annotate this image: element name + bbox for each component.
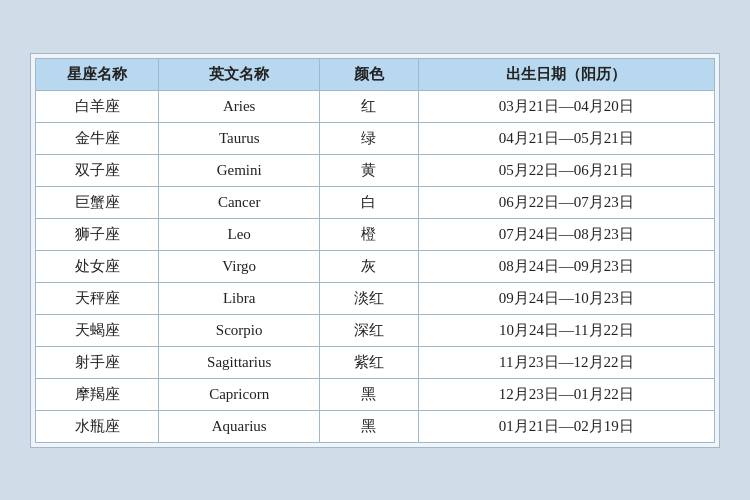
cell-dates: 03月21日—04月20日 xyxy=(418,90,714,122)
cell-color: 黑 xyxy=(319,410,418,442)
cell-english-name: Capricorn xyxy=(159,378,319,410)
cell-english-name: Scorpio xyxy=(159,314,319,346)
table-row: 金牛座Taurus绿04月21日—05月21日 xyxy=(36,122,715,154)
cell-color: 绿 xyxy=(319,122,418,154)
table-row: 射手座Sagittarius紫红11月23日—12月22日 xyxy=(36,346,715,378)
cell-dates: 04月21日—05月21日 xyxy=(418,122,714,154)
cell-color: 红 xyxy=(319,90,418,122)
cell-color: 深红 xyxy=(319,314,418,346)
cell-dates: 08月24日—09月23日 xyxy=(418,250,714,282)
cell-chinese-name: 天秤座 xyxy=(36,282,159,314)
cell-chinese-name: 狮子座 xyxy=(36,218,159,250)
table-row: 天蝎座Scorpio深红10月24日—11月22日 xyxy=(36,314,715,346)
header-dates: 出生日期（阳历） xyxy=(418,58,714,90)
cell-dates: 09月24日—10月23日 xyxy=(418,282,714,314)
cell-dates: 01月21日—02月19日 xyxy=(418,410,714,442)
cell-dates: 06月22日—07月23日 xyxy=(418,186,714,218)
cell-chinese-name: 金牛座 xyxy=(36,122,159,154)
table-row: 摩羯座Capricorn黑12月23日—01月22日 xyxy=(36,378,715,410)
cell-color: 黄 xyxy=(319,154,418,186)
cell-chinese-name: 摩羯座 xyxy=(36,378,159,410)
cell-color: 黑 xyxy=(319,378,418,410)
table-row: 狮子座Leo橙07月24日—08月23日 xyxy=(36,218,715,250)
cell-english-name: Virgo xyxy=(159,250,319,282)
cell-chinese-name: 处女座 xyxy=(36,250,159,282)
cell-chinese-name: 巨蟹座 xyxy=(36,186,159,218)
header-english-name: 英文名称 xyxy=(159,58,319,90)
cell-english-name: Leo xyxy=(159,218,319,250)
cell-color: 淡红 xyxy=(319,282,418,314)
table-row: 双子座Gemini黄05月22日—06月21日 xyxy=(36,154,715,186)
cell-dates: 05月22日—06月21日 xyxy=(418,154,714,186)
cell-chinese-name: 射手座 xyxy=(36,346,159,378)
header-color: 颜色 xyxy=(319,58,418,90)
cell-dates: 11月23日—12月22日 xyxy=(418,346,714,378)
cell-english-name: Sagittarius xyxy=(159,346,319,378)
cell-english-name: Taurus xyxy=(159,122,319,154)
cell-dates: 10月24日—11月22日 xyxy=(418,314,714,346)
table-row: 水瓶座Aquarius黑01月21日—02月19日 xyxy=(36,410,715,442)
cell-english-name: Aries xyxy=(159,90,319,122)
cell-color: 紫红 xyxy=(319,346,418,378)
table-row: 处女座Virgo灰08月24日—09月23日 xyxy=(36,250,715,282)
cell-chinese-name: 天蝎座 xyxy=(36,314,159,346)
cell-color: 白 xyxy=(319,186,418,218)
cell-english-name: Aquarius xyxy=(159,410,319,442)
cell-color: 橙 xyxy=(319,218,418,250)
cell-english-name: Libra xyxy=(159,282,319,314)
cell-chinese-name: 双子座 xyxy=(36,154,159,186)
zodiac-table: 星座名称 英文名称 颜色 出生日期（阳历） 白羊座Aries红03月21日—04… xyxy=(35,58,715,443)
table-row: 白羊座Aries红03月21日—04月20日 xyxy=(36,90,715,122)
zodiac-table-container: 星座名称 英文名称 颜色 出生日期（阳历） 白羊座Aries红03月21日—04… xyxy=(30,53,720,448)
table-row: 巨蟹座Cancer白06月22日—07月23日 xyxy=(36,186,715,218)
cell-dates: 07月24日—08月23日 xyxy=(418,218,714,250)
cell-color: 灰 xyxy=(319,250,418,282)
table-header-row: 星座名称 英文名称 颜色 出生日期（阳历） xyxy=(36,58,715,90)
cell-english-name: Cancer xyxy=(159,186,319,218)
cell-english-name: Gemini xyxy=(159,154,319,186)
cell-chinese-name: 白羊座 xyxy=(36,90,159,122)
table-row: 天秤座Libra淡红09月24日—10月23日 xyxy=(36,282,715,314)
header-chinese-name: 星座名称 xyxy=(36,58,159,90)
cell-dates: 12月23日—01月22日 xyxy=(418,378,714,410)
cell-chinese-name: 水瓶座 xyxy=(36,410,159,442)
